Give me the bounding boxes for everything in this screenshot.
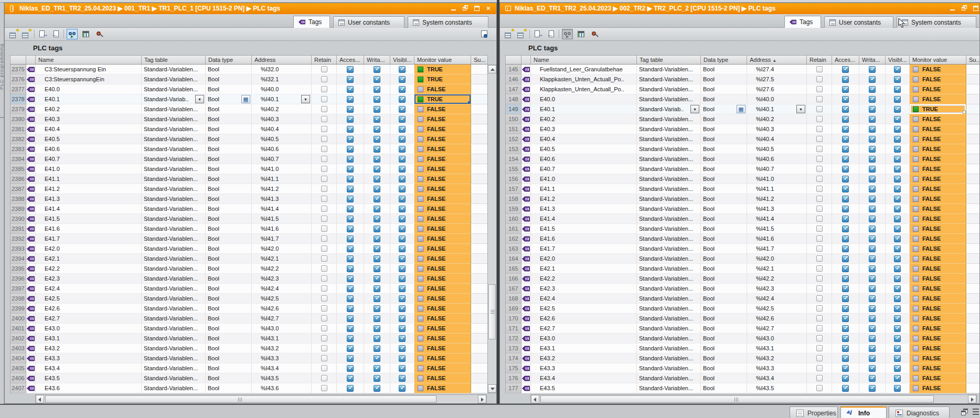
writable-cell[interactable] <box>364 194 390 204</box>
retain-cell[interactable] <box>312 284 337 294</box>
writable-cell[interactable] <box>859 184 886 194</box>
accessible-cell[interactable] <box>337 244 364 254</box>
accessible-cell[interactable] <box>832 294 859 304</box>
tag-table-cell[interactable]: Standard-Variablen... <box>637 124 701 134</box>
accessible-checkbox[interactable] <box>347 325 354 332</box>
accessible-checkbox[interactable] <box>347 226 354 232</box>
accessible-cell[interactable] <box>337 144 364 154</box>
accessible-cell[interactable] <box>832 344 859 353</box>
accessible-checkbox[interactable] <box>842 166 849 173</box>
retain-cell[interactable] <box>807 74 832 84</box>
monitor-value-cell[interactable]: FALSE <box>414 84 471 94</box>
retain-cell[interactable] <box>807 134 832 144</box>
writable-cell[interactable] <box>364 224 390 234</box>
visible-checkbox[interactable] <box>399 96 406 103</box>
column-header-name[interactable]: Name <box>531 55 637 65</box>
address-cell[interactable]: %I41.2 <box>747 194 807 204</box>
tag-table-cell[interactable]: Standard-Variablen... <box>142 224 206 234</box>
data-type-cell[interactable]: Bool <box>206 314 252 324</box>
row-number[interactable]: 167 <box>506 284 521 294</box>
supervision-cell[interactable] <box>471 383 488 393</box>
row-number[interactable]: 2397 <box>10 284 26 294</box>
supervision-cell[interactable] <box>966 234 980 244</box>
retain-cell[interactable] <box>312 274 337 284</box>
tag-table-cell[interactable]: Standard-Variablen... <box>637 254 701 264</box>
accessible-checkbox[interactable] <box>842 335 849 342</box>
tag-row[interactable]: 2388E41.3Standard-Variablen...Bool%I41.3… <box>10 194 488 204</box>
retain-cell[interactable] <box>312 204 337 214</box>
visible-cell[interactable] <box>886 373 910 383</box>
address-cell[interactable]: %I42.2 <box>747 274 807 284</box>
accessible-checkbox[interactable] <box>842 176 849 183</box>
accessible-checkbox[interactable] <box>347 156 354 163</box>
row-number[interactable]: 169 <box>506 304 521 314</box>
writable-checkbox[interactable] <box>869 196 876 202</box>
name-cell[interactable]: E41.3 <box>36 194 142 204</box>
tag-table-cell[interactable]: Standard-Variablen... <box>637 264 701 274</box>
tag-row[interactable]: 2404E43.3Standard-Variablen...Bool%I43.3… <box>10 353 488 363</box>
writable-checkbox[interactable] <box>869 275 876 282</box>
tag-row[interactable]: 146Klappkasten_Unten_Actuall_Po..Standar… <box>506 74 980 84</box>
tag-row[interactable]: 2400E42.7Standard-Variablen...Bool%I42.7… <box>10 314 488 324</box>
supervision-cell[interactable] <box>966 84 980 94</box>
address-cell[interactable]: %I43.3 <box>747 363 807 373</box>
name-cell[interactable]: Klappkasten_Unten_Actuall_Po.. <box>531 84 637 94</box>
tag-row[interactable]: 2394E42.1Standard-Variablen...Bool%I42.1… <box>10 254 488 264</box>
address-dropdown[interactable]: ▼ <box>796 105 805 113</box>
data-type-cell[interactable]: Bool <box>701 214 747 224</box>
retain-checkbox[interactable] <box>816 235 823 242</box>
writable-cell[interactable] <box>364 383 390 393</box>
retain-checkbox[interactable] <box>816 335 823 341</box>
writable-checkbox[interactable] <box>374 166 380 173</box>
visible-cell[interactable] <box>390 224 414 234</box>
supervision-cell[interactable] <box>471 344 488 353</box>
monitor-value-cell[interactable]: FALSE <box>414 314 471 324</box>
monitor-value-cell[interactable]: FALSE <box>414 373 471 383</box>
row-number[interactable]: 176 <box>506 373 521 383</box>
visible-cell[interactable] <box>390 154 414 164</box>
data-type-cell[interactable]: Bool <box>701 65 747 74</box>
data-type-cell[interactable]: Bool <box>206 204 252 214</box>
address-cell[interactable]: %I41.4 <box>747 214 807 224</box>
writable-cell[interactable] <box>859 264 886 274</box>
tag-table-cell[interactable]: Standard-Variablen... <box>637 294 701 304</box>
accessible-checkbox[interactable] <box>347 206 354 212</box>
name-cell[interactable]: E42.6 <box>531 314 637 324</box>
writable-checkbox[interactable] <box>869 325 876 332</box>
accessible-checkbox[interactable] <box>347 365 354 372</box>
name-cell[interactable]: E42.5 <box>531 304 637 314</box>
supervision-cell[interactable] <box>966 154 980 164</box>
monitor-value-cell[interactable]: FALSE <box>910 244 966 254</box>
tag-row[interactable]: 152E40.4Standard-Variablen...Bool%I40.4F… <box>506 134 980 144</box>
row-number[interactable]: 2376 <box>10 74 26 84</box>
monitor-value-cell[interactable]: FALSE <box>910 324 966 334</box>
writable-checkbox[interactable] <box>374 216 380 222</box>
monitor-value-cell[interactable]: FALSE <box>910 74 966 84</box>
supervision-cell[interactable] <box>966 164 980 174</box>
row-number[interactable]: 2380 <box>10 114 26 124</box>
name-cell[interactable]: C3:Steuerspannung Ein <box>36 65 142 74</box>
visible-checkbox[interactable] <box>399 196 406 202</box>
data-type-cell[interactable]: Bool <box>206 274 252 284</box>
writable-checkbox[interactable] <box>869 146 876 153</box>
data-type-cell[interactable]: Bool <box>206 363 252 373</box>
accessible-cell[interactable] <box>832 84 859 94</box>
visible-checkbox[interactable] <box>894 385 901 392</box>
monitor-value-cell[interactable]: FALSE <box>414 304 471 314</box>
visible-cell[interactable] <box>886 94 910 104</box>
retain-checkbox[interactable] <box>816 76 823 82</box>
visible-checkbox[interactable] <box>399 355 406 362</box>
data-type-cell[interactable]: Bool <box>206 264 252 274</box>
data-type-cell[interactable]: Bool <box>701 274 747 284</box>
tag-row[interactable]: 2401E43.0Standard-Variablen...Bool%I43.0… <box>10 324 488 334</box>
collapsed-plc-programming-rail[interactable]: PLC programming <box>0 3 4 404</box>
visible-cell[interactable] <box>390 84 414 94</box>
horizontal-scroll-thumb[interactable] <box>45 395 436 403</box>
data-type-cell[interactable]: Bool <box>701 244 747 254</box>
row-number[interactable]: 146 <box>506 74 521 84</box>
retain-cell[interactable] <box>312 74 337 84</box>
retain-checkbox[interactable] <box>321 295 327 302</box>
writable-checkbox[interactable] <box>374 146 380 153</box>
row-number[interactable]: 172 <box>506 334 521 344</box>
row-number[interactable]: 173 <box>506 344 521 353</box>
